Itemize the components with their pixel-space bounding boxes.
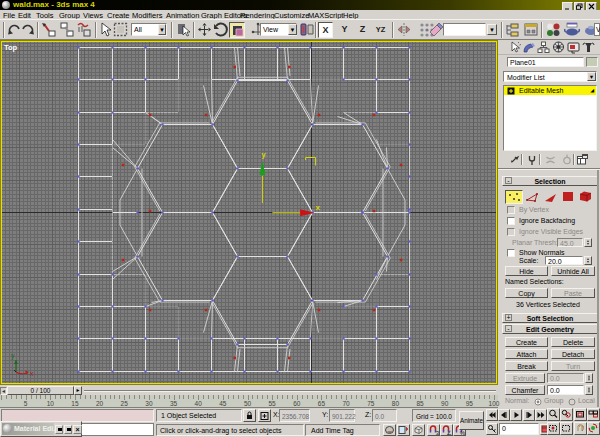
svg-text:y: y	[11, 352, 15, 360]
svg-text:x: x	[316, 203, 321, 212]
svg-text:x: x	[30, 370, 34, 377]
